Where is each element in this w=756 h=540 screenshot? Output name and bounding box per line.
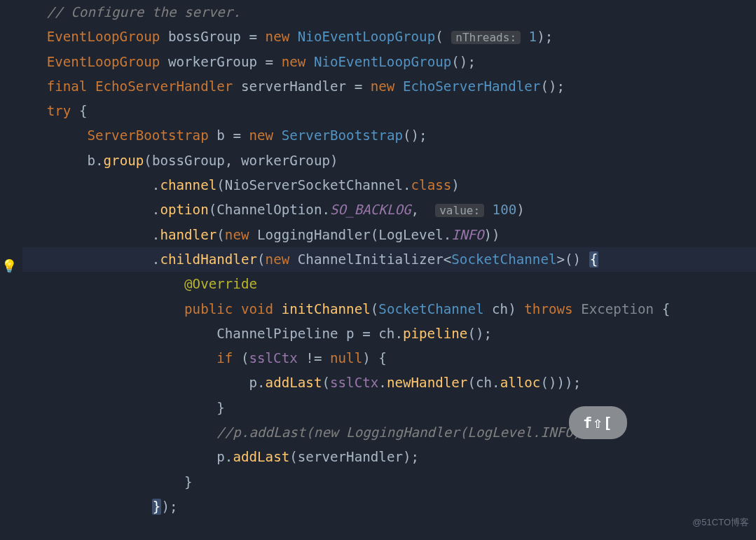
code-editor[interactable]: 💡 // Configure the server. EventLoopGrou…	[0, 0, 756, 540]
code-line[interactable]: public void initChannel(SocketChannel ch…	[22, 297, 756, 321]
method: pipeline	[403, 326, 467, 342]
space	[521, 29, 529, 45]
code-line[interactable]: //p.addLast(new LoggingHandler(LogLevel.…	[22, 420, 756, 445]
space	[427, 202, 436, 218]
keyword: final	[47, 78, 95, 95]
annotation: @Override	[184, 276, 257, 292]
paren: )	[330, 153, 338, 169]
paren: )	[451, 177, 460, 193]
class-ref: LoggingHandler	[257, 227, 371, 243]
dot: .	[152, 227, 160, 243]
code-line[interactable]: .handler(new LoggingHandler(LogLevel.INF…	[22, 223, 756, 247]
identifier: serverHandler	[298, 449, 403, 465]
paren: ()	[565, 251, 589, 268]
generic-type: SocketChannel	[451, 251, 556, 268]
class-ref: ServerBootstrap	[282, 127, 403, 144]
paren: (	[371, 227, 379, 243]
code-line[interactable]: @Override	[22, 272, 756, 296]
operator: =	[241, 29, 266, 45]
code-line[interactable]: ServerBootstrap b = new ServerBootstrap(…	[22, 123, 756, 148]
paren: (	[144, 153, 152, 169]
operator: =	[355, 326, 379, 342]
comment: //p.addLast(new LoggingHandler(LogLevel.…	[217, 424, 597, 441]
class-ref: ChannelInitializer	[298, 251, 444, 268]
keyword: class	[411, 177, 452, 193]
number: 1	[529, 29, 537, 45]
gutter: 💡	[0, 0, 21, 540]
space	[444, 29, 452, 45]
code-line[interactable]: b.group(bossGroup, workerGroup)	[22, 148, 756, 173]
identifier: workerGroup	[168, 54, 257, 70]
keyword: void	[241, 301, 282, 317]
type: EventLoopGroup	[47, 29, 160, 45]
keyword: new	[282, 54, 314, 70]
identifier: p	[338, 326, 355, 342]
type: EchoServerHandler	[95, 78, 233, 95]
keyword: new	[249, 127, 281, 144]
code-line-active[interactable]: .childHandler(new ChannelInitializer<Soc…	[22, 247, 756, 272]
dot: .	[225, 449, 233, 465]
brace: {	[662, 301, 671, 317]
code-line[interactable]: EventLoopGroup workerGroup = new NioEven…	[22, 50, 756, 74]
type: SocketChannel	[378, 301, 483, 317]
method-decl: initChannel	[282, 301, 371, 317]
dot: .	[403, 177, 411, 193]
paren: (	[371, 301, 379, 317]
watermark: @51CTO博客	[692, 510, 749, 534]
paren: (	[241, 350, 249, 366]
brace: {	[378, 350, 387, 366]
paren: (	[217, 227, 225, 243]
code-line[interactable]: // Configure the server.	[22, 0, 756, 25]
code-line[interactable]: ChannelPipeline p = ch.pipeline();	[22, 321, 756, 346]
method: handler	[160, 227, 217, 243]
paren: ();	[451, 54, 476, 70]
keyword: null	[330, 350, 362, 366]
dot: .	[152, 251, 160, 268]
dot: .	[322, 202, 330, 218]
code-line[interactable]: try {	[22, 99, 756, 123]
method: addLast	[233, 449, 289, 465]
code-line[interactable]: }	[22, 396, 756, 420]
paren: ();	[540, 78, 565, 95]
operator: !=	[298, 350, 330, 366]
paren: (	[467, 375, 476, 391]
field: sslCtx	[249, 350, 297, 366]
number: 100	[493, 202, 517, 218]
dot: .	[152, 177, 160, 193]
param-hint: nThreads:	[451, 31, 521, 44]
class-ref: EchoServerHandler	[403, 78, 540, 95]
class-ref: NioServerSocketChannel	[225, 177, 403, 193]
paren: ();	[403, 127, 427, 144]
identifier: bossGroup	[152, 153, 225, 169]
paren: ()));	[540, 375, 581, 391]
paren: (	[257, 251, 266, 268]
class-ref: LogLevel	[378, 227, 443, 243]
code-line[interactable]: });	[22, 494, 756, 519]
code-line[interactable]: EventLoopGroup bossGroup = new NioEventL…	[22, 25, 756, 49]
method: group	[104, 153, 144, 169]
code-line[interactable]: if (sslCtx != null) {	[22, 346, 756, 371]
paren: (	[209, 202, 217, 218]
keyword: public	[184, 301, 241, 317]
dot: .	[257, 375, 266, 391]
comma: ,	[411, 202, 427, 218]
keyword: new	[225, 227, 257, 243]
code-line[interactable]: final EchoServerHandler serverHandler = …	[22, 74, 756, 99]
brace-matched: {	[589, 251, 599, 268]
code-lines[interactable]: // Configure the server. EventLoopGroup …	[22, 0, 756, 519]
dot: .	[492, 375, 500, 391]
paren: );	[161, 499, 177, 515]
comment: // Configure the server.	[47, 4, 241, 20]
paren: (	[217, 177, 225, 193]
space	[484, 202, 493, 218]
code-line[interactable]: p.addLast(sslCtx.newHandler(ch.alloc()))…	[22, 371, 756, 395]
identifier: serverHandler	[241, 78, 346, 95]
identifier: b	[87, 153, 95, 169]
identifier: bossGroup	[168, 29, 241, 45]
code-line[interactable]: p.addLast(serverHandler);	[22, 445, 756, 469]
paren: )	[508, 301, 524, 317]
code-line[interactable]: .channel(NioServerSocketChannel.class)	[22, 173, 756, 198]
intention-bulb-icon[interactable]: 💡	[1, 254, 17, 278]
code-line[interactable]: .option(ChannelOption.SO_BACKLOG, value:…	[22, 198, 756, 222]
code-line[interactable]: }	[22, 470, 756, 494]
